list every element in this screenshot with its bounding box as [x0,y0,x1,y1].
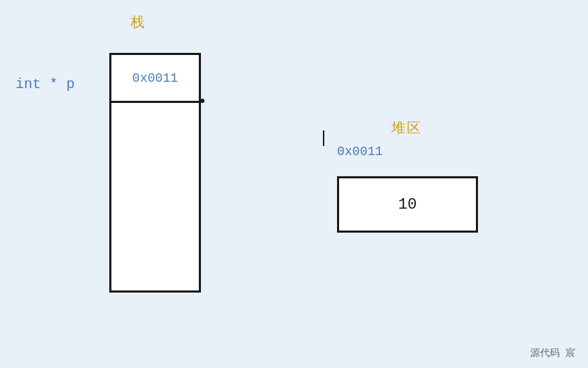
heap-box: 10 [337,176,478,233]
stack-top-cell: 0x0011 [111,55,199,103]
cursor-caret [323,130,324,146]
footer-text2: 宸 [565,347,575,360]
stack-box: 0x0011 [109,53,201,293]
stack-label: 栈 [130,13,146,32]
stack-pointer-dot [200,99,204,103]
pointer-variable-label: int * p [16,76,75,92]
heap-label: 堆区 [391,118,422,137]
footer: 源代码 宸 [530,347,575,360]
footer-text1: 源代码 [530,347,560,360]
stack-address-value: 0x0011 [133,71,178,85]
heap-address: 0x0011 [337,145,383,159]
heap-value: 10 [398,196,417,214]
